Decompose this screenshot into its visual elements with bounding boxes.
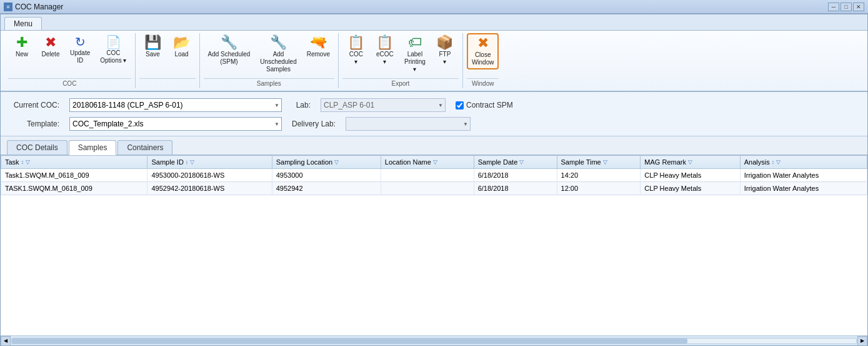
tabs-bar: COC Details Samples Containers xyxy=(1,136,867,155)
table-row[interactable]: TASK1.SWQM.M_0618_0094952942-20180618-WS… xyxy=(1,182,867,195)
col-analysis-label: Analysis xyxy=(744,158,770,166)
update-id-button[interactable]: ↻ Update ID xyxy=(66,33,94,67)
col-sample-date-label: Sample Date xyxy=(478,158,518,166)
cell-row1-col0: TASK1.SWQM.M_0618_009 xyxy=(1,182,147,195)
ecoc-button[interactable]: 📋 eCOC ▾ xyxy=(371,33,399,68)
ecoc-label: eCOC ▾ xyxy=(376,51,394,66)
col-analysis-filter-icon[interactable]: ▽ xyxy=(776,159,781,165)
table-header-row: Task ↕ ▽ Sample ID ↕ ▽ xyxy=(1,156,867,169)
delivery-lab-select[interactable] xyxy=(346,117,471,131)
menu-tab[interactable]: Menu xyxy=(4,17,42,30)
form-area: Current COC: 20180618-1148 (CLP_ASP 6-01… xyxy=(1,92,867,136)
col-mag-remark-label: MAG Remark xyxy=(644,158,686,166)
main-window: Menu ✚ New ✖ Delete ↻ Update ID 📄 xyxy=(0,14,868,346)
delete-button[interactable]: ✖ Delete xyxy=(37,33,64,61)
lab-label: Lab: xyxy=(292,101,311,109)
ribbon-group-samples: 🔧 Add Scheduled (SPM) 🔧 Add Unscheduled … xyxy=(200,33,339,88)
col-sample-time-filter-icon[interactable]: ▽ xyxy=(603,159,607,165)
saveload-buttons: 💾 Save 📂 Load xyxy=(139,33,196,77)
update-id-icon: ↻ xyxy=(75,36,86,48)
delivery-lab-label: Delivery Lab: xyxy=(292,120,336,128)
col-sample-date-filter-icon[interactable]: ▽ xyxy=(519,159,524,165)
coc-export-button[interactable]: 📋 COC ▾ xyxy=(342,33,370,68)
save-icon: 💾 xyxy=(144,36,161,49)
ftp-button[interactable]: 📦 FTP ▾ xyxy=(431,33,459,68)
tab-samples[interactable]: Samples xyxy=(69,140,117,155)
scroll-thumb[interactable] xyxy=(12,338,687,343)
col-sample-date: Sample Date ▽ xyxy=(474,156,557,169)
label-printing-label: Label Printing ▾ xyxy=(404,51,426,73)
load-icon: 📂 xyxy=(173,36,190,49)
save-button[interactable]: 💾 Save xyxy=(139,33,167,61)
cell-row1-col5: 12:00 xyxy=(557,182,641,195)
col-task-filter-icon[interactable]: ▽ xyxy=(26,159,30,165)
col-sampling-location: Sampling Location ▽ xyxy=(272,156,381,169)
table-area: Task ↕ ▽ Sample ID ↕ ▽ xyxy=(1,155,867,335)
ftp-icon: 📦 xyxy=(436,36,453,49)
samples-table: Task ↕ ▽ Sample ID ↕ ▽ xyxy=(1,155,867,195)
maximize-button[interactable]: □ xyxy=(841,3,852,11)
export-buttons: 📋 COC ▾ 📋 eCOC ▾ 🏷 Label Printing ▾ 📦 FT… xyxy=(342,33,459,77)
ribbon-group-export: 📋 COC ▾ 📋 eCOC ▾ 🏷 Label Printing ▾ 📦 FT… xyxy=(339,33,463,88)
ecoc-icon: 📋 xyxy=(376,36,393,49)
form-row-2: Template: COC_Template_2.xls Delivery La… xyxy=(9,117,859,131)
label-printing-button[interactable]: 🏷 Label Printing ▾ xyxy=(400,33,430,76)
cell-row0-col1: 4953000-20180618-WS xyxy=(147,169,272,182)
scroll-left-button[interactable]: ◀ xyxy=(1,336,11,346)
form-row-1: Current COC: 20180618-1148 (CLP_ASP 6-01… xyxy=(9,98,859,112)
current-coc-select[interactable]: 20180618-1148 (CLP_ASP 6-01) xyxy=(69,98,282,112)
window-controls: ─ □ ✕ xyxy=(828,3,864,11)
load-button[interactable]: 📂 Load xyxy=(168,33,196,61)
col-analysis-sort-icon[interactable]: ↕ xyxy=(772,159,775,165)
remove-label: Remove xyxy=(307,51,330,58)
col-location-name-filter-icon[interactable]: ▽ xyxy=(433,159,437,165)
col-task-sort-icon[interactable]: ↕ xyxy=(21,159,24,165)
current-coc-label: Current COC: xyxy=(9,101,59,109)
col-sample-id: Sample ID ↕ ▽ xyxy=(147,156,272,169)
col-mag-remark: MAG Remark ▽ xyxy=(641,156,740,169)
template-label: Template: xyxy=(9,120,59,128)
contract-spm-wrapper: Contract SPM xyxy=(456,101,513,109)
delete-label: Delete xyxy=(42,51,60,58)
coc-options-button[interactable]: 📄 COC Options ▾ xyxy=(96,33,131,67)
col-sampling-location-filter-icon[interactable]: ▽ xyxy=(334,159,339,165)
minimize-button[interactable]: ─ xyxy=(828,3,839,11)
new-button[interactable]: ✚ New xyxy=(8,33,36,61)
scroll-right-button[interactable]: ▶ xyxy=(857,336,867,346)
template-select[interactable]: COC_Template_2.xls xyxy=(69,117,282,131)
col-sample-id-sort-icon[interactable]: ↕ xyxy=(186,159,189,165)
ribbon-group-coc: ✚ New ✖ Delete ↻ Update ID 📄 COC Options… xyxy=(4,33,136,88)
export-group-label: Export xyxy=(342,78,459,87)
lab-select[interactable]: CLP_ASP 6-01 xyxy=(321,98,446,112)
update-id-label: Update ID xyxy=(70,49,90,64)
add-scheduled-button[interactable]: 🔧 Add Scheduled (SPM) xyxy=(204,33,255,68)
cell-row0-col6: CLP Heavy Metals xyxy=(641,169,740,182)
cell-row0-col5: 14:20 xyxy=(557,169,641,182)
col-task: Task ↕ ▽ xyxy=(1,156,147,169)
new-label: New xyxy=(16,51,28,58)
tab-coc-details[interactable]: COC Details xyxy=(7,140,67,155)
samples-group-label: Samples xyxy=(204,78,334,87)
cell-row1-col4: 6/18/2018 xyxy=(474,182,557,195)
col-mag-remark-filter-icon[interactable]: ▽ xyxy=(688,159,692,165)
contract-spm-checkbox[interactable] xyxy=(456,101,464,109)
coc-export-label: COC ▾ xyxy=(349,51,363,66)
col-sampling-location-label: Sampling Location xyxy=(276,158,333,166)
add-unscheduled-button[interactable]: 🔧 Add Unscheduled Samples xyxy=(256,33,301,76)
tab-containers[interactable]: Containers xyxy=(117,140,172,155)
samples-buttons: 🔧 Add Scheduled (SPM) 🔧 Add Unscheduled … xyxy=(204,33,334,77)
remove-button[interactable]: 🔫 Remove xyxy=(302,33,334,61)
window-group-label: Window xyxy=(467,78,499,87)
add-unscheduled-icon: 🔧 xyxy=(270,36,287,49)
table-row[interactable]: Task1.SWQM.M_0618_0094953000-20180618-WS… xyxy=(1,169,867,182)
saveload-group-label xyxy=(139,78,196,87)
window-buttons: ✖ Close Window xyxy=(467,33,499,77)
coc-options-label: COC Options ▾ xyxy=(100,49,126,64)
delete-icon: ✖ xyxy=(45,36,56,49)
close-button[interactable]: ✕ xyxy=(853,3,864,11)
col-sample-id-label: Sample ID xyxy=(151,158,183,166)
col-analysis: Analysis ↕ ▽ xyxy=(740,156,867,169)
col-sample-id-filter-icon[interactable]: ▽ xyxy=(190,159,194,165)
close-window-button[interactable]: ✖ Close Window xyxy=(467,33,499,69)
scroll-track[interactable] xyxy=(11,338,857,344)
